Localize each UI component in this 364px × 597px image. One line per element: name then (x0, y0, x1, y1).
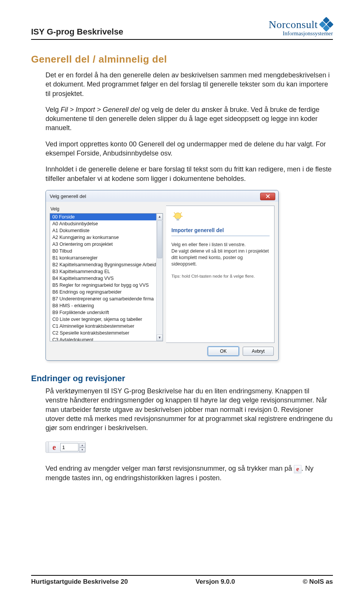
page-footer: Hurtigstartguide Beskrivelse 20 Versjon … (31, 575, 333, 586)
list-item[interactable]: C1 Alminnelige kontraktsbestemmelser (50, 323, 163, 330)
list-item[interactable]: B6 Endrings og regningsarbeider (50, 289, 163, 295)
list-item[interactable]: B5 Regler for regningsarbeid for bygg og… (50, 282, 163, 289)
brand-name: Norconsult (269, 19, 318, 31)
brand-subtitle: Informasjonssystemer (269, 30, 333, 37)
close-button[interactable] (260, 193, 275, 200)
paragraph: Velg Fil > Import > Generell del og velg… (46, 105, 333, 133)
doc-title: ISY G-prog Beskrivelse (31, 27, 123, 37)
info-text: Velg en eller flere i listen til venstre… (171, 242, 270, 267)
footer-right: © NoIS as (303, 578, 333, 586)
dialog-title: Velg generell del (50, 193, 86, 199)
svg-rect-1 (176, 218, 179, 220)
list-item[interactable]: 00 Forside (50, 214, 163, 220)
paragraph: Ved import opprettes konto 00 Generell d… (46, 140, 333, 158)
scroll-thumb[interactable] (157, 220, 162, 258)
divider (171, 236, 270, 236)
list-item[interactable]: A3 Orientering om prosjektet (50, 241, 163, 248)
list-item[interactable]: B7 Underentreprenører og samarbeidende f… (50, 295, 163, 302)
list-item[interactable]: C3 Avtaledokument (50, 336, 163, 341)
section-heading-1: Generell del / alminnelig del (31, 53, 333, 65)
section-heading-2: Endringer og revisjoner (31, 374, 333, 383)
list-item[interactable]: B8 HMS - erklæring (50, 302, 163, 309)
footer-center: Versjon 9.0.0 (196, 578, 235, 586)
list-item[interactable]: A0 Anbudsinnbydelse (50, 220, 163, 227)
chevron-down-icon[interactable]: ▼ (79, 448, 85, 452)
list-item[interactable]: B9 Forpliktende underskrift (50, 309, 163, 316)
list-item[interactable]: C0 Liste over tegninger, skjema og tabel… (50, 316, 163, 323)
endring-icon: e (294, 465, 301, 473)
list-item[interactable]: B4 Kapittelsammendrag VVS (50, 275, 163, 282)
list-item[interactable]: A1 Dokumentliste (50, 227, 163, 234)
generell-del-listbox[interactable]: 00 ForsideA0 AnbudsinnbydelseA1 Dokument… (50, 213, 163, 341)
paragraph: Det er en fordel å ha den generelle dele… (46, 71, 333, 98)
text: Velg (46, 106, 61, 113)
text: Ved endring av mengder velger man først … (46, 465, 294, 472)
ok-button[interactable]: OK (208, 347, 239, 356)
list-item[interactable]: B1 konkurranseregler (50, 255, 163, 261)
scroll-down-icon[interactable]: ▼ (157, 335, 163, 341)
info-title: Importer generell del (171, 227, 270, 233)
list-item[interactable]: B3 Kapittelsammendrag EL (50, 268, 163, 275)
revision-number-input[interactable] (60, 443, 78, 451)
scroll-up-icon[interactable]: ▲ (157, 214, 163, 220)
brand-block: Norconsult Informasjonssystemer (269, 18, 333, 37)
brand-logo-icon (320, 18, 333, 31)
list-item[interactable]: C2 Spesielle kontraktsbestemmelser (50, 330, 163, 336)
lightbulb-icon (171, 211, 184, 223)
list-item[interactable]: B0 Tilbud (50, 248, 163, 255)
paragraph: På verktøymenyen til ISY G-prog Beskrive… (46, 386, 333, 432)
menu-path-text: Fil > Import > Generell del (61, 106, 140, 113)
info-tips: Tips: hold Ctrl-tasten nede for å velge … (171, 274, 270, 278)
footer-left: Hurtigstartguide Beskrivelse 20 (31, 578, 128, 586)
chevron-up-icon[interactable]: ▲ (79, 443, 85, 448)
svg-point-0 (174, 213, 181, 219)
revision-spinner[interactable]: ▲ ▼ (79, 443, 85, 451)
list-item[interactable]: B2 Kapittelsammendrag Bygningsmessige Ar… (50, 261, 163, 268)
close-icon (266, 194, 270, 198)
dialog-info-panel: Importer generell del Velg en eller fler… (166, 206, 275, 343)
dialog-velg-generell-del: Velg generell del Velg 00 ForsideA0 Anbu… (46, 190, 279, 361)
page-header: ISY G-prog Beskrivelse Norconsult Inform… (31, 18, 333, 40)
toolbar-grip-icon[interactable] (46, 442, 49, 452)
cancel-button[interactable]: Avbryt (243, 347, 274, 356)
paragraph: Ved endring av mengder velger man først … (46, 464, 333, 482)
dialog-titlebar[interactable]: Velg generell del (46, 190, 278, 202)
scrollbar[interactable]: ▲ ▼ (156, 214, 163, 341)
list-item[interactable]: A2 Kunngjøring av konkurranse (50, 234, 163, 241)
revision-toolbar: e ▲ ▼ (46, 441, 86, 453)
endring-button[interactable]: e (49, 443, 60, 452)
listbox-label: Velg (50, 206, 163, 212)
paragraph: Innholdet i de generelle delene er bare … (46, 165, 333, 183)
